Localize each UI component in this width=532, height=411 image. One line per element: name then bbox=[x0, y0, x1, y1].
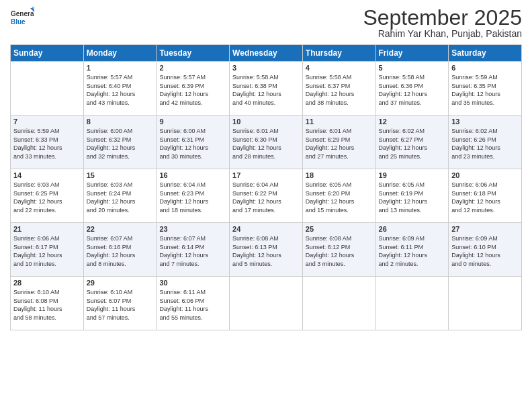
day-number: 25 bbox=[306, 225, 373, 233]
week-row-4: 21Sunrise: 6:06 AM Sunset: 6:17 PM Dayli… bbox=[11, 223, 522, 277]
calendar-table: Sunday Monday Tuesday Wednesday Thursday… bbox=[10, 44, 522, 330]
logo-svg: General Blue bbox=[10, 7, 34, 31]
week-row-3: 14Sunrise: 6:03 AM Sunset: 6:25 PM Dayli… bbox=[11, 169, 522, 223]
cell-w2-d6: 12Sunrise: 6:02 AM Sunset: 6:27 PM Dayli… bbox=[375, 116, 449, 169]
day-number: 4 bbox=[306, 64, 373, 72]
cell-w2-d3: 9Sunrise: 6:00 AM Sunset: 6:31 PM Daylig… bbox=[157, 116, 230, 169]
day-number: 18 bbox=[306, 171, 373, 179]
cell-w5-d4 bbox=[230, 277, 303, 330]
month-title: September 2025 bbox=[363, 7, 522, 28]
day-number: 9 bbox=[159, 118, 226, 126]
cell-w5-d2: 29Sunrise: 6:10 AM Sunset: 6:07 PM Dayli… bbox=[83, 277, 157, 330]
day-info: Sunrise: 6:08 AM Sunset: 6:12 PM Dayligh… bbox=[306, 234, 373, 268]
cell-w2-d7: 13Sunrise: 6:02 AM Sunset: 6:26 PM Dayli… bbox=[449, 116, 522, 169]
day-number: 10 bbox=[232, 118, 300, 126]
day-info: Sunrise: 5:59 AM Sunset: 6:35 PM Dayligh… bbox=[451, 73, 519, 107]
day-number: 14 bbox=[13, 171, 81, 179]
logo: General Blue bbox=[10, 7, 34, 31]
day-info: Sunrise: 6:01 AM Sunset: 6:30 PM Dayligh… bbox=[232, 127, 300, 161]
day-number: 11 bbox=[306, 118, 373, 126]
day-number: 16 bbox=[159, 171, 226, 179]
cell-w3-d7: 20Sunrise: 6:06 AM Sunset: 6:18 PM Dayli… bbox=[449, 169, 522, 223]
day-info: Sunrise: 5:58 AM Sunset: 6:36 PM Dayligh… bbox=[379, 73, 446, 107]
day-number: 7 bbox=[13, 118, 81, 126]
cell-w4-d6: 26Sunrise: 6:09 AM Sunset: 6:11 PM Dayli… bbox=[375, 223, 449, 277]
day-info: Sunrise: 6:03 AM Sunset: 6:25 PM Dayligh… bbox=[13, 181, 81, 214]
day-info: Sunrise: 6:06 AM Sunset: 6:17 PM Dayligh… bbox=[13, 234, 81, 268]
title-block: September 2025 Rahim Yar Khan, Punjab, P… bbox=[363, 7, 522, 39]
cell-w2-d2: 8Sunrise: 6:00 AM Sunset: 6:32 PM Daylig… bbox=[83, 116, 157, 169]
day-number: 21 bbox=[13, 225, 81, 233]
day-info: Sunrise: 6:04 AM Sunset: 6:22 PM Dayligh… bbox=[232, 181, 300, 214]
cell-w1-d3: 2Sunrise: 5:57 AM Sunset: 6:39 PM Daylig… bbox=[157, 62, 230, 116]
header-row: Sunday Monday Tuesday Wednesday Thursday… bbox=[11, 45, 522, 62]
col-tuesday: Tuesday bbox=[157, 45, 230, 62]
location: Rahim Yar Khan, Punjab, Pakistan bbox=[363, 28, 522, 39]
day-info: Sunrise: 6:04 AM Sunset: 6:23 PM Dayligh… bbox=[159, 181, 226, 214]
cell-w2-d5: 11Sunrise: 6:01 AM Sunset: 6:29 PM Dayli… bbox=[302, 116, 375, 169]
day-info: Sunrise: 6:05 AM Sunset: 6:20 PM Dayligh… bbox=[306, 181, 373, 214]
day-info: Sunrise: 5:58 AM Sunset: 6:38 PM Dayligh… bbox=[232, 73, 300, 107]
page: General Blue September 2025 Rahim Yar Kh… bbox=[0, 0, 532, 411]
cell-w5-d7 bbox=[449, 277, 522, 330]
day-number: 30 bbox=[159, 279, 226, 287]
day-number: 8 bbox=[87, 118, 154, 126]
cell-w4-d2: 22Sunrise: 6:07 AM Sunset: 6:16 PM Dayli… bbox=[83, 223, 157, 277]
day-number: 17 bbox=[232, 171, 300, 179]
day-info: Sunrise: 5:59 AM Sunset: 6:33 PM Dayligh… bbox=[13, 127, 81, 161]
cell-w4-d4: 24Sunrise: 6:08 AM Sunset: 6:13 PM Dayli… bbox=[230, 223, 303, 277]
cell-w1-d5: 4Sunrise: 5:58 AM Sunset: 6:37 PM Daylig… bbox=[302, 62, 375, 116]
day-number: 2 bbox=[159, 64, 226, 72]
day-info: Sunrise: 6:08 AM Sunset: 6:13 PM Dayligh… bbox=[232, 234, 300, 268]
day-number: 26 bbox=[379, 225, 446, 233]
day-number: 6 bbox=[451, 64, 519, 72]
cell-w1-d4: 3Sunrise: 5:58 AM Sunset: 6:38 PM Daylig… bbox=[230, 62, 303, 116]
day-info: Sunrise: 6:00 AM Sunset: 6:31 PM Dayligh… bbox=[159, 127, 226, 161]
cell-w3-d6: 19Sunrise: 6:05 AM Sunset: 6:19 PM Dayli… bbox=[375, 169, 449, 223]
week-row-2: 7Sunrise: 5:59 AM Sunset: 6:33 PM Daylig… bbox=[11, 116, 522, 169]
day-info: Sunrise: 5:58 AM Sunset: 6:37 PM Dayligh… bbox=[306, 73, 373, 107]
day-info: Sunrise: 6:02 AM Sunset: 6:27 PM Dayligh… bbox=[379, 127, 446, 161]
cell-w4-d7: 27Sunrise: 6:09 AM Sunset: 6:10 PM Dayli… bbox=[449, 223, 522, 277]
cell-w2-d1: 7Sunrise: 5:59 AM Sunset: 6:33 PM Daylig… bbox=[11, 116, 84, 169]
day-info: Sunrise: 6:06 AM Sunset: 6:18 PM Dayligh… bbox=[451, 181, 519, 214]
week-row-5: 28Sunrise: 6:10 AM Sunset: 6:08 PM Dayli… bbox=[11, 277, 522, 330]
day-info: Sunrise: 6:05 AM Sunset: 6:19 PM Dayligh… bbox=[379, 181, 446, 214]
day-info: Sunrise: 5:57 AM Sunset: 6:40 PM Dayligh… bbox=[87, 73, 154, 107]
col-saturday: Saturday bbox=[449, 45, 522, 62]
col-thursday: Thursday bbox=[302, 45, 375, 62]
day-number: 1 bbox=[87, 64, 154, 72]
cell-w5-d1: 28Sunrise: 6:10 AM Sunset: 6:08 PM Dayli… bbox=[11, 277, 84, 330]
cell-w3-d1: 14Sunrise: 6:03 AM Sunset: 6:25 PM Dayli… bbox=[11, 169, 84, 223]
svg-text:General: General bbox=[11, 10, 34, 17]
cell-w5-d3: 30Sunrise: 6:11 AM Sunset: 6:06 PM Dayli… bbox=[157, 277, 230, 330]
day-number: 13 bbox=[451, 118, 519, 126]
day-info: Sunrise: 6:03 AM Sunset: 6:24 PM Dayligh… bbox=[87, 181, 154, 214]
cell-w2-d4: 10Sunrise: 6:01 AM Sunset: 6:30 PM Dayli… bbox=[230, 116, 303, 169]
cell-w1-d7: 6Sunrise: 5:59 AM Sunset: 6:35 PM Daylig… bbox=[449, 62, 522, 116]
cell-w1-d6: 5Sunrise: 5:58 AM Sunset: 6:36 PM Daylig… bbox=[375, 62, 449, 116]
cell-w1-d1 bbox=[11, 62, 84, 116]
col-wednesday: Wednesday bbox=[230, 45, 303, 62]
day-info: Sunrise: 6:07 AM Sunset: 6:16 PM Dayligh… bbox=[87, 234, 154, 268]
day-info: Sunrise: 6:00 AM Sunset: 6:32 PM Dayligh… bbox=[87, 127, 154, 161]
cell-w5-d6 bbox=[375, 277, 449, 330]
day-number: 24 bbox=[232, 225, 300, 233]
cell-w5-d5 bbox=[302, 277, 375, 330]
week-row-1: 1Sunrise: 5:57 AM Sunset: 6:40 PM Daylig… bbox=[11, 62, 522, 116]
svg-text:Blue: Blue bbox=[11, 18, 26, 26]
cell-w4-d1: 21Sunrise: 6:06 AM Sunset: 6:17 PM Dayli… bbox=[11, 223, 84, 277]
col-friday: Friday bbox=[375, 45, 449, 62]
cell-w1-d2: 1Sunrise: 5:57 AM Sunset: 6:40 PM Daylig… bbox=[83, 62, 157, 116]
cell-w3-d5: 18Sunrise: 6:05 AM Sunset: 6:20 PM Dayli… bbox=[302, 169, 375, 223]
cell-w4-d3: 23Sunrise: 6:07 AM Sunset: 6:14 PM Dayli… bbox=[157, 223, 230, 277]
col-sunday: Sunday bbox=[11, 45, 84, 62]
day-info: Sunrise: 6:10 AM Sunset: 6:07 PM Dayligh… bbox=[87, 288, 154, 322]
day-number: 20 bbox=[451, 171, 519, 179]
day-info: Sunrise: 6:11 AM Sunset: 6:06 PM Dayligh… bbox=[159, 288, 226, 322]
cell-w4-d5: 25Sunrise: 6:08 AM Sunset: 6:12 PM Dayli… bbox=[302, 223, 375, 277]
day-info: Sunrise: 6:07 AM Sunset: 6:14 PM Dayligh… bbox=[159, 234, 226, 268]
day-number: 23 bbox=[159, 225, 226, 233]
day-number: 22 bbox=[87, 225, 154, 233]
day-number: 19 bbox=[379, 171, 446, 179]
